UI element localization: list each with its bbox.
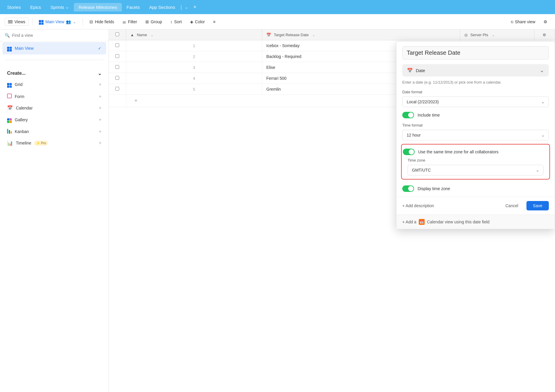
color-button[interactable]: ◈ Color <box>187 18 208 26</box>
row3-checkbox[interactable] <box>109 62 126 73</box>
add-tab-icon[interactable]: + <box>190 2 200 12</box>
row4-num: 4 <box>126 73 262 84</box>
users-icon: 👥 <box>66 19 71 24</box>
tab-app-sections[interactable]: App Sections <box>144 3 180 11</box>
add-row-icon[interactable]: + <box>130 95 142 107</box>
create-header[interactable]: Create... ⌄ <box>5 68 104 79</box>
add-gallery-icon[interactable]: + <box>99 117 102 122</box>
create-gallery-item[interactable]: Gallery + <box>5 114 104 126</box>
toolbar-divider-2 <box>83 18 83 25</box>
add-timeline-icon[interactable]: + <box>99 140 102 146</box>
add-form-icon[interactable]: + <box>99 94 102 99</box>
main-view-button[interactable]: Main View 👥 ⌄ <box>36 17 79 26</box>
create-timeline-item[interactable]: 📊 Timeline ✨ Pro + <box>5 137 104 149</box>
save-button[interactable]: Save <box>526 201 549 210</box>
field-title-row <box>396 41 555 63</box>
search-input[interactable] <box>12 33 104 38</box>
field-type-row: 📅 Date ⌄ <box>396 63 555 79</box>
tab-stories[interactable]: Stories <box>2 3 26 11</box>
add-kanban-icon[interactable]: + <box>99 129 102 134</box>
include-time-toggle[interactable] <box>402 112 414 118</box>
add-calendar-icon[interactable]: + <box>99 105 102 111</box>
share-view-button[interactable]: ⎋ Share view <box>508 18 538 26</box>
row3-num: 3 <box>126 62 262 73</box>
timezone-highlighted-box: Use the same time zone for all collabora… <box>401 144 550 180</box>
date-col-chevron-icon: ⌄ <box>312 33 315 37</box>
row5-num: 5 <box>126 84 262 95</box>
main-view-chevron-icon: ⌄ <box>73 19 76 24</box>
group-icon: ⊞ <box>145 19 149 24</box>
calendar-add-row[interactable]: + Add a 📅 Calendar view using this date … <box>396 215 555 229</box>
gear-icon: ⚙ <box>544 19 547 24</box>
tab-epics[interactable]: Epics <box>26 3 46 11</box>
display-timezone-toggle[interactable] <box>402 185 414 192</box>
form-icon <box>7 94 12 99</box>
date-column-header[interactable]: 📅 Target Release Date ⌄ <box>262 29 460 40</box>
field-type-calendar-icon: 📅 <box>407 68 413 73</box>
toolbar: Views Main View 👥 ⌄ ⊟ Hide fields ⚌ Filt… <box>0 14 555 29</box>
tab-sprints[interactable]: Sprints ⌄ <box>46 3 74 11</box>
row-height-button[interactable]: ≡ <box>210 18 218 26</box>
filter-icon: ⚌ <box>122 19 126 24</box>
hide-fields-icon: ⊟ <box>89 19 93 24</box>
row4-checkbox[interactable] <box>109 73 126 84</box>
create-form-item[interactable]: Form + <box>5 91 104 102</box>
main-layout: 🔍 Main View ✓ Create... ⌄ Grid <box>0 29 555 392</box>
sidebar-item-main-view[interactable]: Main View ✓ <box>2 42 106 54</box>
group-button[interactable]: ⊞ Group <box>142 18 165 26</box>
time-format-select[interactable]: 12 hour <box>402 130 549 140</box>
date-format-section: Date format Local (2/22/2023) <box>396 87 555 109</box>
same-timezone-toggle[interactable] <box>403 149 415 155</box>
sidebar: 🔍 Main View ✓ Create... ⌄ Grid <box>0 29 109 392</box>
name-col-chevron-icon: ⌄ <box>150 33 154 37</box>
create-kanban-item[interactable]: Kanban + <box>5 126 104 137</box>
settings-button[interactable]: ⚙ <box>541 18 550 26</box>
select-all-checkbox[interactable] <box>115 32 119 36</box>
sidebar-search-area: 🔍 <box>0 29 109 41</box>
date-format-select-wrapper: Local (2/22/2023) <box>402 97 549 107</box>
row2-num: 2 <box>126 51 262 62</box>
views-button[interactable]: Views <box>5 18 29 26</box>
settings-col-header[interactable]: ⚙ <box>534 29 555 40</box>
sort-button[interactable]: ↕ Sort <box>167 18 185 26</box>
checkbox-header[interactable] <box>109 29 126 40</box>
row2-checkbox[interactable] <box>109 51 126 62</box>
timezone-select[interactable]: GMT/UTC <box>408 165 544 175</box>
more-tabs-icon[interactable]: ⌄ <box>182 3 190 11</box>
row5-checkbox[interactable] <box>109 84 126 95</box>
timeline-icon: 📊 <box>7 140 13 146</box>
share-icon: ⎋ <box>511 19 513 24</box>
name-column-header[interactable]: ▲ Name ⌄ <box>126 29 262 40</box>
field-type-selector[interactable]: 📅 Date ⌄ <box>402 64 549 77</box>
cancel-button[interactable]: Cancel <box>500 201 524 210</box>
filter-button[interactable]: ⚌ Filter <box>119 18 140 26</box>
footer-actions: Cancel Save <box>500 201 549 210</box>
create-grid-item[interactable]: Grid + <box>5 79 104 91</box>
pro-badge: ✨ Pro <box>34 141 48 146</box>
row1-num: 1 <box>126 40 262 51</box>
gallery-icon <box>7 117 12 123</box>
create-chevron-icon: ⌄ <box>98 71 102 76</box>
tab-bar: Stories Epics Sprints ⌄ Release Mileston… <box>0 0 555 14</box>
pts-col-icon: ◎ <box>464 33 468 37</box>
date-format-select[interactable]: Local (2/22/2023) <box>402 97 549 107</box>
time-format-section: Time format 12 hour <box>396 121 555 143</box>
row1-checkbox[interactable] <box>109 40 126 51</box>
field-type-chevron-icon: ⌄ <box>540 67 544 74</box>
time-format-select-wrapper: 12 hour <box>402 130 549 140</box>
color-icon: ◈ <box>190 19 193 24</box>
create-calendar-item[interactable]: 📅 Calendar + <box>5 102 104 114</box>
tab-facets[interactable]: Facets <box>122 3 144 11</box>
sprints-chevron-icon: ⌄ <box>65 4 69 10</box>
calendar-icon: 📅 <box>7 105 13 111</box>
add-description-button[interactable]: + Add description <box>402 203 434 208</box>
hide-fields-button[interactable]: ⊟ Hide fields <box>87 18 117 26</box>
pts-column-header[interactable]: ◎ Server Pts ⌄ <box>460 29 534 40</box>
tab-release-milestones[interactable]: Release Milestones <box>74 3 122 11</box>
field-title-input[interactable] <box>402 46 549 59</box>
add-grid-icon[interactable]: + <box>99 82 102 87</box>
hamburger-icon <box>8 20 13 23</box>
display-timezone-toggle-row: Display time zone <box>396 183 555 194</box>
toolbar-divider-1 <box>32 18 32 25</box>
date-col-icon: 📅 <box>266 33 271 37</box>
